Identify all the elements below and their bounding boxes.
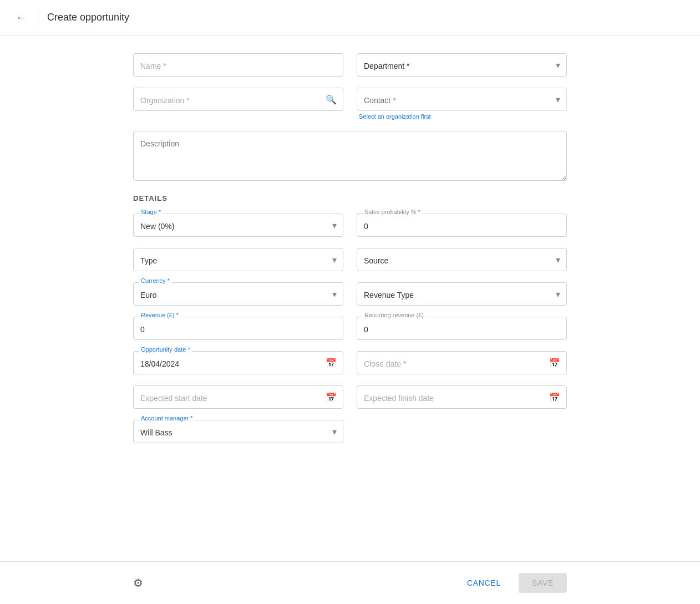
contact-hint: Select an organization first <box>357 111 567 120</box>
form-area: Department * ▾ 🔍 Contact * <box>0 35 700 561</box>
col-opp-date: Opportunity date * 📅 <box>133 351 343 374</box>
recurring-revenue-field-wrapper: Recurring revenue (£) <box>357 317 567 340</box>
row-currency-revtype: Currency * Euro ▾ Revenue Type ▾ <box>133 282 567 306</box>
organization-input[interactable] <box>133 88 343 111</box>
expected-finish-field-wrapper: 📅 <box>357 385 567 409</box>
account-manager-label: Account manager * <box>139 415 195 422</box>
revenue-label: Revenue (£) * <box>139 312 181 318</box>
col-organization: 🔍 <box>133 88 343 120</box>
revenue-type-field-wrapper: Revenue Type ▾ <box>357 282 567 306</box>
organization-field-wrapper: 🔍 <box>133 88 343 111</box>
col-expected-finish: 📅 <box>357 385 567 409</box>
col-stage: Stage * New (0%) ▾ <box>133 214 343 237</box>
department-field-wrapper: Department * ▾ <box>357 53 567 77</box>
type-select[interactable]: Type <box>133 248 343 271</box>
col-close-date: 📅 <box>357 351 567 374</box>
row-revenue-recurring: Revenue (£) * Recurring revenue (£) <box>133 317 567 340</box>
col-department: Department * ▾ <box>357 53 567 77</box>
row-description <box>133 131 567 183</box>
currency-field-wrapper: Currency * Euro ▾ <box>133 282 343 306</box>
revenue-field-wrapper: Revenue (£) * <box>133 317 343 340</box>
row-org-contact: 🔍 Contact * ▾ Select an organization fir… <box>133 88 567 120</box>
contact-field-wrapper: Contact * ▾ Select an organization first <box>357 88 567 120</box>
col-contact: Contact * ▾ Select an organization first <box>357 88 567 120</box>
expected-finish-input[interactable] <box>357 385 567 409</box>
col-recurring-revenue: Recurring revenue (£) <box>357 317 567 340</box>
save-button[interactable]: SAVE <box>519 573 567 593</box>
account-manager-field-wrapper: Account manager * Will Bass ▾ <box>133 420 343 443</box>
opportunity-date-label: Opportunity date * <box>139 346 192 353</box>
expected-start-field-wrapper: 📅 <box>133 385 343 409</box>
row-type-source: Type ▾ Source ▾ <box>133 248 567 271</box>
back-arrow-icon: ← <box>16 11 27 23</box>
row-expected-dates: 📅 📅 <box>133 385 567 409</box>
col-name <box>133 53 343 77</box>
back-button[interactable]: ← <box>13 9 29 26</box>
contact-select-wrapper: Contact * ▾ <box>357 88 567 111</box>
col-revenue-type: Revenue Type ▾ <box>357 282 567 306</box>
header-divider <box>38 10 38 26</box>
sales-prob-label: Sales probability % * <box>362 209 423 215</box>
col-empty <box>357 420 567 443</box>
row-account-manager: Account manager * Will Bass ▾ <box>133 420 567 443</box>
description-textarea[interactable] <box>133 131 567 181</box>
account-manager-select[interactable]: Will Bass <box>133 420 343 443</box>
name-input[interactable] <box>133 53 343 77</box>
row-name-department: Department * ▾ <box>133 53 567 77</box>
cancel-button[interactable]: CANCEL <box>458 573 510 593</box>
col-type: Type ▾ <box>133 248 343 271</box>
details-section-title: DETAILS <box>133 194 567 202</box>
col-sales-prob: Sales probability % * <box>357 214 567 237</box>
expected-start-input[interactable] <box>133 385 343 409</box>
recurring-revenue-label: Recurring revenue (£) <box>362 312 426 318</box>
close-date-field-wrapper: 📅 <box>357 351 567 374</box>
opportunity-date-field-wrapper: Opportunity date * 📅 <box>133 351 343 374</box>
col-revenue: Revenue (£) * <box>133 317 343 340</box>
stage-select[interactable]: New (0%) <box>133 214 343 237</box>
app-container: ← Create opportunity Department * ▾ <box>0 0 700 604</box>
opportunity-date-input[interactable] <box>133 351 343 374</box>
footer: ⚙ CANCEL SAVE <box>0 561 700 604</box>
page-title: Create opportunity <box>47 12 129 23</box>
col-currency: Currency * Euro ▾ <box>133 282 343 306</box>
col-source: Source ▾ <box>357 248 567 271</box>
source-field-wrapper: Source ▾ <box>357 248 567 271</box>
currency-label: Currency * <box>139 277 172 284</box>
currency-select[interactable]: Euro <box>133 282 343 306</box>
top-bar: ← Create opportunity <box>0 0 700 35</box>
revenue-input[interactable] <box>133 317 343 340</box>
sales-prob-field-wrapper: Sales probability % * <box>357 214 567 237</box>
stage-label: Stage * <box>139 209 163 215</box>
col-account-manager: Account manager * Will Bass ▾ <box>133 420 343 443</box>
col-description <box>133 131 567 183</box>
stage-field-wrapper: Stage * New (0%) ▾ <box>133 214 343 237</box>
revenue-type-select[interactable]: Revenue Type <box>357 282 567 306</box>
recurring-revenue-input[interactable] <box>357 317 567 340</box>
row-stage-salespro: Stage * New (0%) ▾ Sales probability % * <box>133 214 567 237</box>
name-field-wrapper <box>133 53 343 77</box>
department-select[interactable]: Department * <box>357 53 567 77</box>
close-date-input[interactable] <box>357 351 567 374</box>
footer-actions: CANCEL SAVE <box>458 573 567 593</box>
row-opp-date-close: Opportunity date * 📅 📅 <box>133 351 567 374</box>
col-expected-start: 📅 <box>133 385 343 409</box>
description-field-wrapper <box>133 131 567 183</box>
source-select[interactable]: Source <box>357 248 567 271</box>
type-field-wrapper: Type ▾ <box>133 248 343 271</box>
contact-select[interactable]: Contact * <box>357 88 567 111</box>
settings-gear-icon[interactable]: ⚙ <box>133 576 143 590</box>
sales-prob-input[interactable] <box>357 214 567 237</box>
